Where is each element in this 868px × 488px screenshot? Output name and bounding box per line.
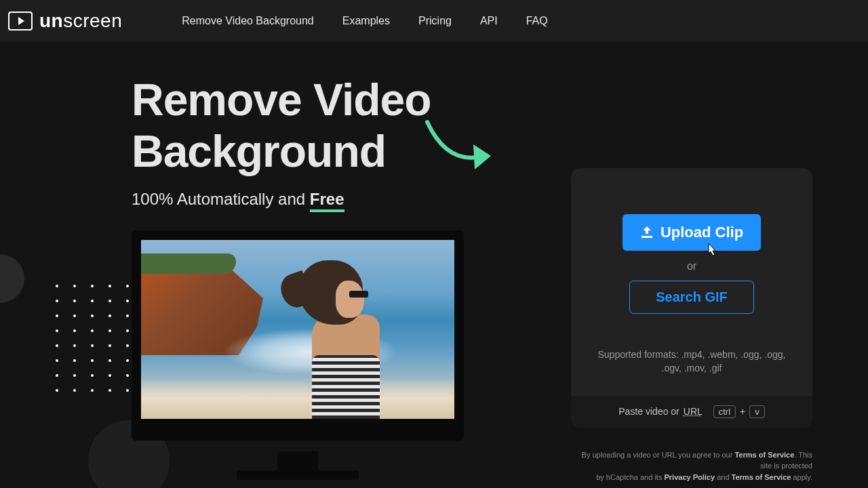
video-preview-monitor — [132, 230, 464, 441]
video-preview-screen — [141, 240, 454, 419]
brand-logo[interactable]: unscreen — [8, 10, 122, 32]
play-box-icon — [8, 12, 33, 30]
paste-url-label: URL — [684, 406, 703, 417]
arrow-icon — [420, 119, 502, 180]
nav-api[interactable]: API — [480, 15, 498, 27]
header-nav: unscreen Remove Video Background Example… — [0, 0, 868, 42]
hero-free-highlight: Free — [310, 190, 344, 212]
svg-rect-0 — [642, 236, 652, 238]
kbd-v: v — [749, 405, 765, 418]
brand-text: unscreen — [39, 10, 122, 32]
or-separator: or — [591, 260, 792, 272]
paste-hint: Paste video or URL ctrl + v — [571, 396, 812, 428]
legal-text: By uploading a video or URL you agree to… — [568, 449, 812, 483]
nav-remove-bg[interactable]: Remove Video Background — [182, 15, 314, 27]
nav-examples[interactable]: Examples — [342, 15, 390, 27]
hero-subtitle: 100% Automatically and Free — [132, 190, 498, 209]
search-gif-button[interactable]: Search GIF — [629, 281, 754, 314]
monitor-stand — [277, 451, 318, 473]
nav-pricing[interactable]: Pricing — [418, 15, 452, 27]
upload-clip-button[interactable]: Upload Clip — [623, 214, 761, 251]
upload-icon — [640, 226, 654, 239]
kbd-ctrl: ctrl — [713, 405, 736, 418]
nav-faq[interactable]: FAQ — [526, 15, 548, 27]
decoration-quarter-circle — [0, 254, 24, 303]
nav-links: Remove Video Background Examples Pricing… — [182, 15, 547, 27]
decoration-dots — [56, 285, 130, 393]
legal-tos2-link[interactable]: Terms of Service — [732, 473, 791, 481]
supported-formats-text: Supported formats: .mp4, .webm, .ogg, .o… — [591, 348, 792, 375]
legal-tos-link[interactable]: Terms of Service — [734, 451, 794, 459]
legal-privacy-link[interactable]: Privacy Policy — [664, 473, 715, 481]
upload-card: Upload Clip or Search GIF Supported form… — [571, 168, 812, 428]
